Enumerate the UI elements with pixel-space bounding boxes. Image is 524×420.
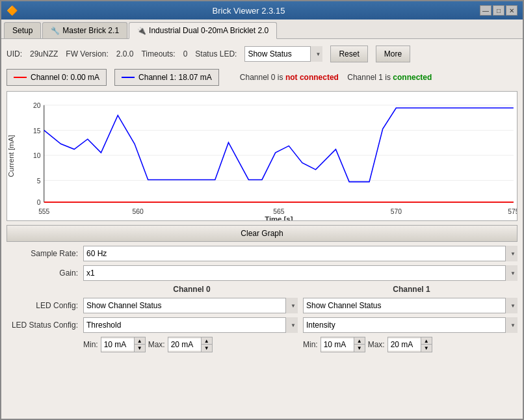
ch0-max-label: Max:	[148, 340, 165, 349]
tab-setup-label: Setup	[12, 26, 33, 35]
svg-text:Time [s]: Time [s]	[265, 215, 293, 220]
ch0-min-up-button[interactable]: ▲	[135, 337, 145, 345]
uid-value: 29uNZZ	[30, 49, 58, 59]
ch1-minmax: Min: ▲ ▼ Max: ▲ ▼	[303, 337, 517, 352]
minimize-button[interactable]: —	[480, 5, 491, 16]
ch1-max-down-button[interactable]: ▼	[421, 345, 432, 352]
clear-graph-button[interactable]: Clear Graph	[7, 225, 517, 242]
ch0-minmax: Min: ▲ ▼ Max: ▲ ▼	[83, 337, 298, 352]
led-config-label: LED Config:	[7, 301, 78, 310]
channel1-line-icon	[122, 77, 135, 78]
led-status-config-row: LED Status Config: Threshold Intensity O…	[7, 317, 517, 333]
svg-text:15: 15	[33, 127, 41, 135]
ch0-status-state: not connected	[285, 73, 339, 82]
tab-setup[interactable]: Setup	[4, 22, 41, 38]
channel0-button[interactable]: Channel 0: 0.00 mA	[7, 69, 107, 86]
ch0-max-up-button[interactable]: ▲	[202, 337, 212, 345]
ch0-led-status-select[interactable]: Threshold Intensity Off	[83, 317, 298, 333]
status-led-label: Status LED:	[195, 49, 237, 59]
ch0-max-spinbox: ▲ ▼	[168, 337, 213, 352]
channel-row: Channel 0: 0.00 mA Channel 1: 18.07 mA C…	[7, 68, 517, 87]
ch1-min-input[interactable]	[321, 339, 354, 350]
title-bar: 🔶 Brick Viewer 2.3.15 — □ ✕	[1, 1, 523, 20]
ch1-min-down-button[interactable]: ▼	[354, 345, 365, 352]
connection-status: Channel 0 is not connected Channel 1 is …	[240, 73, 432, 82]
channel1-plot	[44, 108, 514, 182]
svg-text:570: 570	[391, 208, 402, 215]
ch0-status-pre: Channel 0 is	[240, 73, 283, 82]
sample-rate-label: Sample Rate:	[7, 249, 78, 258]
sample-rate-wrapper: 60 Hz 240 Hz 15 Hz 4 Hz 1 Hz	[83, 246, 517, 261]
ch0-led-config-select[interactable]: Show Channel Status Off On Heartbeat	[83, 298, 298, 313]
ch0-min-down-button[interactable]: ▼	[135, 345, 145, 352]
fw-value: 2.0.0	[116, 49, 134, 59]
ch1-max-input[interactable]	[388, 339, 421, 350]
svg-text:555: 555	[38, 208, 49, 215]
fw-label: FW Version:	[66, 49, 108, 59]
window-title: Brick Viewer 2.3.15	[18, 6, 480, 16]
ch1-max-spinbox: ▲ ▼	[387, 337, 432, 352]
ch1-max-up-button[interactable]: ▲	[421, 337, 432, 345]
svg-text:Current [mA]: Current [mA]	[7, 135, 15, 177]
tab-industrial[interactable]: 🔌 Industrial Dual 0-20mA Bricklet 2.0	[129, 22, 277, 39]
ch0-min-spinbox: ▲ ▼	[101, 337, 146, 352]
ch0-min-input[interactable]	[101, 339, 134, 350]
more-button[interactable]: More	[376, 46, 410, 62]
settings-grid: Sample Rate: 60 Hz 240 Hz 15 Hz 4 Hz 1 H…	[7, 246, 517, 281]
timeouts-label: Timeouts:	[141, 49, 175, 59]
status-led-select[interactable]: Show Status Off On Heartbeat	[244, 46, 322, 62]
ch1-max-spinbox-buttons: ▲ ▼	[421, 337, 432, 352]
maximize-button[interactable]: □	[493, 5, 504, 16]
timeouts-value: 0	[183, 49, 188, 59]
ch1-led-status-wrapper: Intensity Threshold Off	[303, 317, 517, 333]
ch1-header: Channel 1	[303, 285, 517, 294]
info-row: UID: 29uNZZ FW Version: 2.0.0 Timeouts: …	[7, 44, 517, 64]
ch0-max-input[interactable]	[168, 339, 201, 350]
led-status-config-label: LED Status Config:	[7, 321, 78, 330]
ch0-led-status-wrapper: Threshold Intensity Off	[83, 317, 298, 333]
svg-text:5: 5	[37, 177, 41, 185]
tab-industrial-label: Industrial Dual 0-20mA Bricklet 2.0	[149, 26, 269, 35]
ch1-led-config-select[interactable]: Show Channel Status Off On Heartbeat	[303, 298, 517, 313]
channel1-button[interactable]: Channel 1: 18.07 mA	[114, 69, 219, 86]
gain-wrapper: x1 x2 x4 x8	[83, 265, 517, 281]
tab-bar: Setup 🔧 Master Brick 2.1 🔌 Industrial Du…	[1, 20, 523, 39]
status-led-select-wrapper: Show Status Off On Heartbeat	[244, 46, 322, 62]
channel0-line-icon	[14, 77, 27, 78]
chart-svg: Current [mA] 20 15 10 5 0 555 560 565 57…	[7, 92, 517, 220]
ch0-max-down-button[interactable]: ▼	[202, 345, 212, 352]
ch1-led-config-wrapper: Show Channel Status Off On Heartbeat	[303, 298, 517, 313]
ch1-status-pre: Channel 1 is	[347, 73, 391, 82]
svg-text:0: 0	[37, 199, 41, 206]
window-controls: — □ ✕	[480, 5, 517, 16]
svg-text:20: 20	[33, 102, 41, 109]
tab-master-label: Master Brick 2.1	[62, 26, 119, 35]
uid-label: UID:	[7, 49, 22, 59]
ch0-header: Channel 0	[83, 285, 298, 294]
chart-area: Current [mA] 20 15 10 5 0 555 560 565 57…	[7, 91, 517, 221]
ch0-min-label: Min:	[83, 340, 98, 349]
channel1-label: Channel 1: 18.07 mA	[138, 73, 212, 82]
channel-header-row: Channel 0 Channel 1	[7, 285, 517, 294]
ch1-min-spinbox: ▲ ▼	[321, 337, 365, 352]
gain-select[interactable]: x1 x2 x4 x8	[83, 265, 517, 281]
tab-icon-industrial: 🔌	[137, 27, 146, 35]
ch0-led-config-wrapper: Show Channel Status Off On Heartbeat	[83, 298, 298, 313]
ch1-led-status-select[interactable]: Intensity Threshold Off	[303, 317, 517, 333]
svg-text:10: 10	[33, 152, 41, 159]
reset-button[interactable]: Reset	[330, 46, 367, 62]
svg-text:565: 565	[273, 208, 284, 215]
ch0-min-spinbox-buttons: ▲ ▼	[134, 337, 145, 352]
tab-icon-master: 🔧	[51, 27, 60, 35]
gain-label: Gain:	[7, 269, 78, 278]
channel0-label: Channel 0: 0.00 mA	[31, 73, 99, 82]
sample-rate-select[interactable]: 60 Hz 240 Hz 15 Hz 4 Hz 1 Hz	[83, 246, 517, 261]
tab-master-brick[interactable]: 🔧 Master Brick 2.1	[42, 22, 127, 38]
close-button[interactable]: ✕	[506, 5, 517, 16]
ch1-max-label: Max:	[368, 340, 385, 349]
main-content: UID: 29uNZZ FW Version: 2.0.0 Timeouts: …	[1, 39, 523, 419]
ch1-min-spinbox-buttons: ▲ ▼	[354, 337, 365, 352]
main-window: 🔶 Brick Viewer 2.3.15 — □ ✕ Setup 🔧 Mast…	[0, 0, 524, 420]
spacer	[341, 73, 345, 82]
ch1-min-up-button[interactable]: ▲	[354, 337, 365, 345]
